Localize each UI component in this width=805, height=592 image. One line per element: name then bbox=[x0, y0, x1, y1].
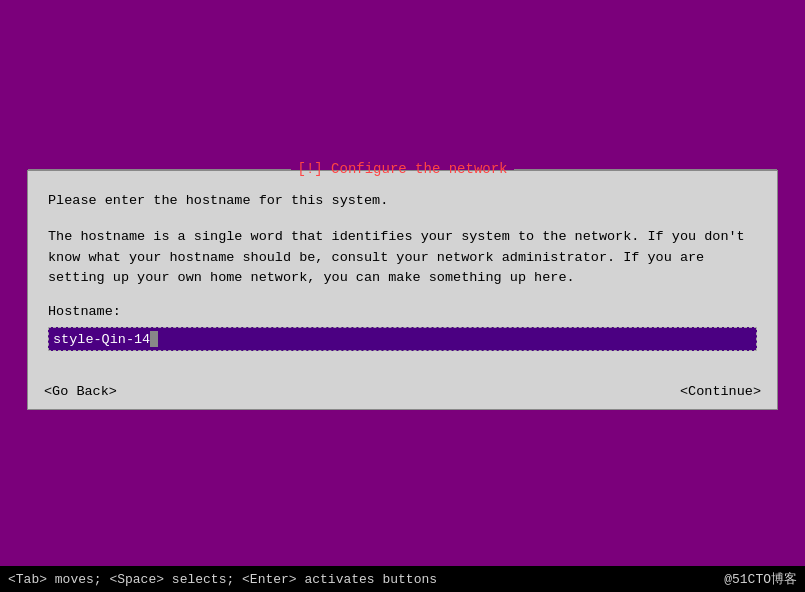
hostname-cursor bbox=[150, 331, 158, 347]
dialog-title: [!] Configure the network bbox=[297, 161, 507, 177]
watermark: @51CTO博客 bbox=[724, 570, 797, 588]
status-text: <Tab> moves; <Space> selects; <Enter> ac… bbox=[8, 572, 437, 587]
title-line-right bbox=[514, 169, 777, 170]
hostname-value[interactable]: style-Qin-14 bbox=[53, 332, 150, 347]
configure-network-dialog: [!] Configure the network Please enter t… bbox=[27, 170, 778, 410]
hostname-label: Hostname: bbox=[48, 304, 757, 319]
description-line2: The hostname is a single word that ident… bbox=[48, 227, 757, 288]
description-line1: Please enter the hostname for this syste… bbox=[48, 191, 757, 211]
screen: [!] Configure the network Please enter t… bbox=[0, 0, 805, 592]
status-bar: <Tab> moves; <Space> selects; <Enter> ac… bbox=[0, 566, 805, 592]
hostname-input-rest bbox=[158, 331, 752, 347]
title-line-left bbox=[28, 169, 291, 170]
dialog-title-bar: [!] Configure the network bbox=[28, 161, 777, 177]
dialog-buttons: <Go Back> <Continue> bbox=[28, 382, 777, 409]
dialog-content: Please enter the hostname for this syste… bbox=[28, 171, 777, 382]
continue-button[interactable]: <Continue> bbox=[674, 382, 767, 401]
go-back-button[interactable]: <Go Back> bbox=[38, 382, 123, 401]
hostname-input-container[interactable]: style-Qin-14 bbox=[48, 327, 757, 351]
